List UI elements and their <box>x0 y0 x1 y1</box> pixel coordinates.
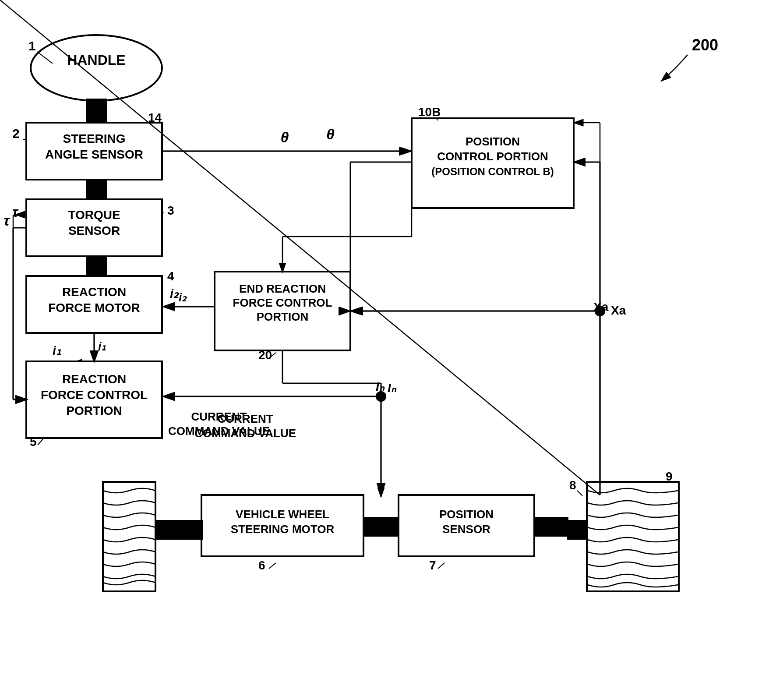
rfcp-label2: FORCE CONTROL <box>41 388 148 402</box>
ref-4: 4 <box>167 269 174 283</box>
torque-sensor-label1: TORQUE <box>68 208 120 222</box>
handle-label: HANDLE <box>67 52 125 68</box>
rfm-label1: REACTION <box>62 285 126 299</box>
diagram-container: 200 HANDLE 1 STEERING ANGLE SENSOR 2 14 … <box>0 0 762 700</box>
sensor-connector1 <box>86 179 107 201</box>
ps-label2: SENSOR <box>442 523 490 536</box>
motor-connector <box>363 517 398 537</box>
ccv-label1-redraw: CURRENT <box>217 412 273 425</box>
rfcp-label1: REACTION <box>62 372 126 386</box>
ref-20: 20 <box>258 348 272 362</box>
xa-redraw-label: Xa <box>611 304 626 317</box>
i2-label: i₂ <box>170 287 180 301</box>
ref-1: 1 <box>28 39 36 53</box>
left-axle <box>155 520 203 540</box>
rfcp-label3: PORTION <box>66 404 122 417</box>
torque-sensor-label2: SENSOR <box>68 224 120 237</box>
steering-angle-label1: STEERING <box>63 132 125 145</box>
ref-8: 8 <box>569 478 576 492</box>
erfcp-label2: FORCE CONTROL <box>233 296 332 309</box>
steering-angle-label2: ANGLE SENSOR <box>45 148 143 161</box>
i1-redraw: i₁ <box>98 340 106 353</box>
i2-redraw: i₂ <box>179 291 187 304</box>
sensor-connector2 <box>86 255 107 277</box>
theta-arrow-label: θ <box>281 129 289 145</box>
In-redraw-label: Iₙ <box>388 381 397 395</box>
vwsm-label2: STEERING MOTOR <box>231 523 335 536</box>
ccv-label2-redraw: COMMAND VALUE <box>194 427 296 440</box>
ref-10B: 10B <box>418 105 441 119</box>
pcp-box <box>412 118 574 208</box>
pcp-label3: (POSITION CONTROL B) <box>431 166 554 177</box>
pcp-label1: POSITION <box>466 135 520 148</box>
label-200: 200 <box>692 36 718 54</box>
vwsm-label1: VEHICLE WHEEL <box>236 508 329 521</box>
handle-component <box>31 35 162 101</box>
tau-redraw: τ <box>4 212 11 229</box>
ref-14: 14 <box>148 111 162 124</box>
erfcp-label1: END REACTION <box>239 282 326 295</box>
ref-7: 7 <box>429 559 436 572</box>
erfcp-label3: PORTION <box>257 310 308 323</box>
sensor-connector3 <box>533 517 568 537</box>
ref-3: 3 <box>167 204 174 217</box>
i1-label: i₁ <box>53 344 61 357</box>
ref-2: 2 <box>12 126 20 141</box>
theta-label: θ <box>326 126 335 142</box>
handle-connector <box>86 99 107 125</box>
pcp-label2: CONTROL PORTION <box>437 150 548 163</box>
right-axle-connector <box>567 520 588 540</box>
ref-6: 6 <box>258 559 265 572</box>
ps-label1: POSITION <box>439 508 494 521</box>
ref-5: 5 <box>30 435 37 449</box>
rfm-label2: FORCE MOTOR <box>48 301 140 315</box>
